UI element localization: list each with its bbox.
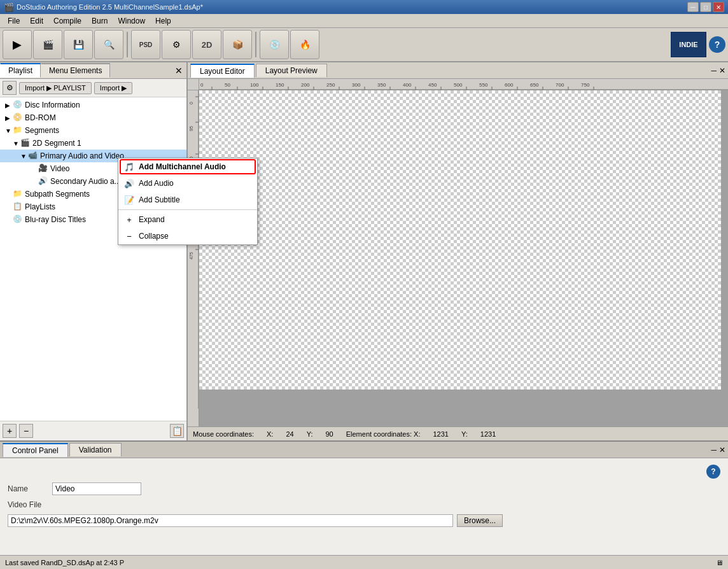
maximize-button[interactable]: □	[700, 2, 711, 12]
right-panel-minimize[interactable]: ─	[711, 66, 717, 75]
cp-minimize[interactable]: ─	[711, 446, 717, 454]
toolbar-play-button[interactable]: ▶	[3, 30, 32, 59]
svg-text:95: 95	[189, 126, 193, 131]
left-panel-close[interactable]: ✕	[171, 66, 186, 76]
tab-playlist[interactable]: Playlist	[0, 63, 41, 78]
ctx-multichannel-label: Add Multichannel Audio	[139, 162, 226, 171]
element-y-value: 1231	[480, 430, 496, 438]
import-disc-button[interactable]: Import ▶	[94, 82, 132, 94]
title-bar: 🎬 DoStudio Authoring Edition 2.5 MultiCh…	[0, 0, 728, 14]
svg-text:475: 475	[189, 252, 193, 260]
name-label: Name	[8, 484, 52, 493]
right-panel-controls: ─ ✕	[711, 66, 728, 75]
tree-segments[interactable]: ▼ 📁 Segments	[0, 124, 186, 137]
video-icon: 🎥	[38, 164, 48, 174]
menu-file[interactable]: File	[3, 15, 25, 27]
close-button[interactable]: ✕	[713, 2, 724, 12]
extra-button[interactable]: 📋	[170, 424, 184, 438]
cp-help-icon[interactable]: ?	[706, 465, 720, 479]
disc-info-arrow: ▶	[5, 102, 13, 109]
tree-2d-segment[interactable]: ▼ 🎬 2D Segment 1	[0, 137, 186, 150]
expand-icon: +	[123, 214, 135, 225]
tree-bd-rom[interactable]: ▶ 📀 BD-ROM	[0, 111, 186, 124]
disc-info-icon: 💿	[13, 100, 23, 110]
control-panel: Control Panel Validation ─ ✕ ? Name Vide…	[0, 440, 728, 555]
cp-content: ? Name Video File Browse...	[0, 458, 728, 555]
menu-burn[interactable]: Burn	[87, 15, 113, 27]
context-menu: 🎵 Add Multichannel Audio 🔊 Add Audio 📝 A…	[118, 158, 258, 245]
video-path-input[interactable]	[8, 514, 453, 527]
video-path-row: Browse...	[8, 514, 720, 527]
playlists-label: PlayLists	[25, 202, 55, 211]
toolbar-2d-button[interactable]: 2D	[192, 30, 221, 59]
mouse-x-value: 24	[286, 430, 293, 438]
menu-compile[interactable]: Compile	[48, 15, 87, 27]
mouse-x-label: X:	[267, 430, 273, 438]
toolbar-export-button[interactable]: 📦	[223, 30, 252, 59]
bd-rom-label: BD-ROM	[25, 113, 56, 122]
svg-text:600: 600	[505, 82, 514, 88]
status-bar: Mouse coordinates: X: 24 Y: 90 Element c…	[188, 426, 728, 440]
settings-button[interactable]: ⚙	[3, 81, 17, 95]
tab-menu-elements[interactable]: Menu Elements	[41, 63, 110, 78]
add-subtitle-icon: 📝	[123, 194, 135, 206]
ctx-expand[interactable]: + Expand	[118, 211, 257, 228]
svg-text:350: 350	[377, 82, 386, 88]
cp-close[interactable]: ✕	[719, 446, 725, 454]
element-coords-label: Element coordinates: X:	[346, 430, 421, 438]
title-bar-left: 🎬 DoStudio Authoring Edition 2.5 MultiCh…	[4, 3, 203, 12]
left-toolbar: ⚙ Import ▶ PLAYLIST Import ▶	[0, 79, 186, 97]
multichannel-icon: 🎵	[123, 161, 135, 172]
video-file-label: Video File	[8, 500, 52, 509]
menu-help[interactable]: Help	[150, 15, 176, 27]
mouse-y-label: Y:	[307, 430, 313, 438]
2d-segment-icon: 🎬	[20, 138, 31, 148]
ctx-separator	[118, 209, 257, 210]
canvas-content[interactable]	[199, 90, 728, 426]
toolbar-psd-button[interactable]: PSD	[131, 30, 160, 59]
toolbar-open-button[interactable]: 🎬	[33, 30, 62, 59]
indie-logo: INDIE	[671, 32, 706, 57]
ctx-add-subtitle-label: Add Subtitle	[139, 195, 180, 204]
help-icon[interactable]: ?	[709, 36, 725, 53]
ctx-collapse[interactable]: − Collapse	[118, 228, 257, 244]
toolbar-search-button[interactable]: 🔍	[94, 30, 123, 59]
ctx-add-subtitle[interactable]: 📝 Add Subtitle	[118, 192, 257, 208]
menu-edit[interactable]: Edit	[25, 15, 48, 27]
minimize-button[interactable]: ─	[687, 2, 699, 12]
tree-disc-information[interactable]: ▶ 💿 Disc Information	[0, 99, 186, 111]
primary-av-arrow: ▼	[20, 153, 28, 160]
right-panel-tabs: Layout Editor Layout Preview ─ ✕	[188, 62, 728, 79]
remove-item-button[interactable]: −	[19, 424, 33, 438]
ctx-collapse-label: Collapse	[139, 232, 169, 241]
tab-validation[interactable]: Validation	[69, 443, 122, 456]
bluray-label: Blu-ray Disc Titles	[25, 215, 86, 224]
secondary-audio-icon: 🔊	[38, 176, 48, 186]
svg-text:0: 0	[189, 102, 193, 104]
add-item-button[interactable]: +	[3, 424, 17, 438]
toolbar-burn-button[interactable]: 🔥	[290, 30, 319, 59]
element-y-label: Y:	[461, 430, 468, 438]
element-x-value: 1231	[433, 430, 449, 438]
name-input[interactable]	[52, 482, 141, 495]
toolbar-disc-button[interactable]: 💿	[260, 30, 289, 59]
ruler-left: 0 95 190 285 380 475	[188, 90, 199, 426]
tab-control-panel[interactable]: Control Panel	[3, 443, 68, 457]
canvas-area: 0 50 100 150 200 250 300	[188, 79, 728, 426]
toolbar-settings-button[interactable]: ⚙	[162, 30, 191, 59]
toolbar-save-button[interactable]: 💾	[64, 30, 93, 59]
tab-layout-preview[interactable]: Layout Preview	[256, 64, 327, 77]
segments-arrow: ▼	[5, 127, 13, 134]
subpath-arrow	[5, 191, 13, 198]
add-audio-icon: 🔊	[123, 178, 135, 189]
browse-button[interactable]: Browse...	[457, 514, 503, 527]
menu-window[interactable]: Window	[113, 15, 150, 27]
svg-text:650: 650	[530, 82, 539, 88]
tab-layout-editor[interactable]: Layout Editor	[190, 64, 255, 78]
ctx-add-multichannel-audio[interactable]: 🎵 Add Multichannel Audio	[118, 158, 257, 175]
right-panel-close[interactable]: ✕	[719, 66, 725, 75]
video-arrow	[31, 165, 38, 172]
mouse-coords-label: Mouse coordinates:	[193, 430, 254, 438]
ctx-add-audio[interactable]: 🔊 Add Audio	[118, 175, 257, 192]
import-playlist-button[interactable]: Import ▶ PLAYLIST	[19, 82, 92, 94]
